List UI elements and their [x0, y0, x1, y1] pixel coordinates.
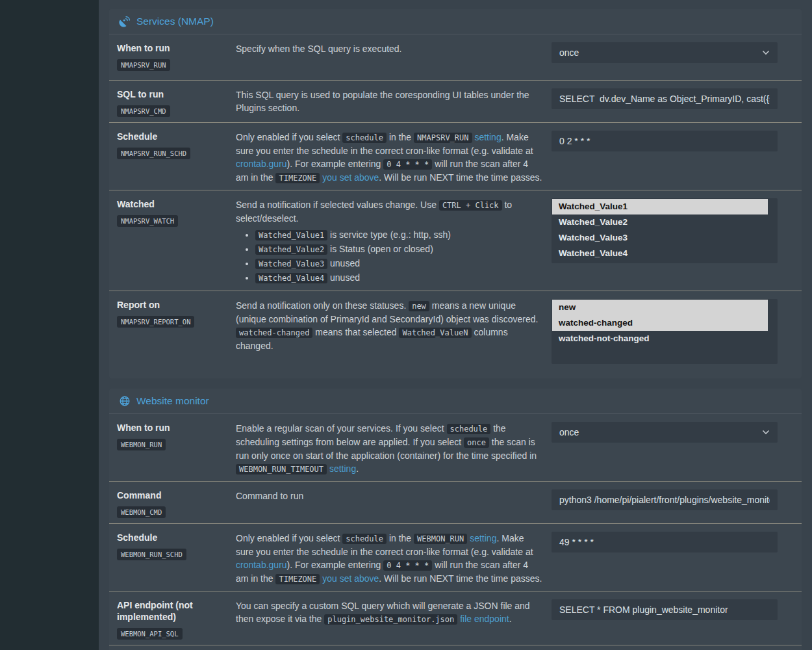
inline-code: once: [464, 437, 489, 448]
settings-row: Run timeoutWEBMON_RUN_TIMEOUTMaximum tim…: [109, 645, 802, 650]
inline-link[interactable]: you set above: [322, 573, 379, 584]
description-text: Only enabled if you select schedule in t…: [236, 532, 542, 586]
description-bullet: Watched_Value4 unused: [255, 271, 542, 285]
inline-code: Watched_Value1: [255, 230, 327, 240]
settings-row: When to runWEBMON_RUNEnable a regular sc…: [109, 414, 802, 481]
option-watched-changed[interactable]: watched-changed: [552, 315, 768, 331]
inline-code: schedule: [447, 424, 491, 434]
description-text: Enable a regular scan of your services. …: [236, 422, 542, 476]
settings-row: CommandWEBMON_CMDCommand to run: [109, 481, 802, 523]
setting-code-badge: WEBMON_RUN_SCHD: [117, 549, 186, 560]
setting-label: Report on: [117, 299, 231, 311]
settings-row: SQL to runNMAPSRV_CMDThis SQL query is u…: [109, 80, 802, 122]
panel-services-nmap: Services (NMAP) When to runNMAPSRV_RUNSp…: [109, 9, 802, 378]
text-input-webmon-cmd[interactable]: [552, 489, 778, 510]
setting-label: Schedule: [117, 532, 231, 543]
setting-label: Command: [117, 489, 231, 501]
inline-code: TIMEZONE: [275, 574, 320, 584]
inline-code: CTRL + Click: [439, 200, 502, 211]
inline-code: NMAPSRV_RUN: [414, 133, 472, 143]
setting-description: Enable a regular scan of your services. …: [236, 419, 552, 476]
inline-code: Watched_Value4: [255, 273, 327, 283]
description-bullet: Watched_Value3 unused: [255, 257, 542, 271]
description-text: Command to run: [236, 489, 542, 502]
text-input-webmon-run-schd[interactable]: [552, 532, 778, 552]
description-text: Send a notification only on these status…: [236, 299, 542, 352]
description-text: This SQL query is used to populate the c…: [236, 88, 542, 114]
setting-description: Specify when the SQL query is executed.: [236, 40, 552, 75]
listbox-nmapsrv-report-on[interactable]: newwatched-changedwatched-not-changed: [552, 299, 778, 364]
inline-code: plugin_website_monitor.json: [324, 614, 457, 625]
inline-code: schedule: [342, 534, 387, 544]
setting-code-badge: NMAPSRV_CMD: [117, 105, 170, 117]
inline-link[interactable]: setting: [474, 132, 501, 142]
option-watched-not-changed[interactable]: watched-not-changed: [552, 331, 768, 346]
setting-code-badge: WEBMON_API_SQL: [117, 628, 183, 640]
setting-code-badge: WEBMON_RUN: [117, 439, 166, 450]
inline-link[interactable]: setting: [329, 463, 356, 474]
option-new[interactable]: new: [552, 300, 768, 315]
inline-code: Watched_ValueN: [399, 328, 471, 338]
setting-code-badge: WEBMON_CMD: [117, 506, 166, 518]
inline-link[interactable]: setting: [470, 533, 496, 543]
selected-value: once: [559, 427, 579, 437]
inline-code: WEBMON_RUN: [414, 534, 467, 544]
inline-code: 0 4 * * *: [383, 159, 432, 170]
option-watched-value1[interactable]: Watched_Value1: [552, 199, 768, 214]
setting-code-badge: NMAPSRV_RUN: [117, 59, 170, 71]
panel-header-services-nmap: Services (NMAP): [109, 9, 802, 34]
inline-code: TIMEZONE: [275, 173, 320, 183]
setting-description: Send a notification only on these status…: [236, 296, 552, 364]
setting-description: Only enabled if you select schedule in t…: [236, 529, 552, 586]
setting-label: API endpoint (not implemented): [117, 599, 231, 623]
inline-link[interactable]: crontab.guru: [236, 159, 287, 169]
option-watched-value3[interactable]: Watched_Value3: [552, 230, 768, 246]
setting-description: You can specify a custom SQL query which…: [236, 597, 552, 640]
setting-description: Send a notification if selected values c…: [236, 196, 552, 285]
description-text: Only enabled if you select schedule in t…: [236, 131, 542, 185]
option-watched-value4[interactable]: Watched_Value4: [552, 246, 768, 261]
settings-row: ScheduleNMAPSRV_RUN_SCHDOnly enabled if …: [109, 122, 802, 190]
settings-row: API endpoint (not implemented)WEBMON_API…: [109, 591, 802, 645]
setting-code-badge: NMAPSRV_RUN_SCHD: [117, 148, 190, 159]
panel-website-monitor: Website monitor When to runWEBMON_RUNEna…: [109, 389, 802, 650]
description-bullet: Watched_Value2 is Status (open or closed…: [255, 242, 542, 257]
option-watched-value2[interactable]: Watched_Value2: [552, 214, 768, 230]
inline-link[interactable]: file endpoint: [460, 614, 509, 624]
inline-code: new: [409, 301, 429, 311]
settings-row: WatchedNMAPSRV_WATCHSend a notification …: [109, 190, 802, 291]
setting-code-badge: NMAPSRV_REPORT_ON: [117, 316, 194, 328]
globe-icon: [119, 395, 131, 407]
text-input-webmon-api-sql[interactable]: [552, 599, 778, 620]
settings-row: Report onNMAPSRV_REPORT_ONSend a notific…: [109, 291, 802, 369]
setting-code-badge: NMAPSRV_WATCH: [117, 215, 178, 227]
dropdown-nmapsrv-run[interactable]: once: [552, 42, 778, 63]
settings-row: When to runNMAPSRV_RUNSpecify when the S…: [109, 34, 802, 80]
setting-label: When to run: [117, 42, 231, 54]
inline-link[interactable]: crontab.guru: [236, 560, 287, 570]
selected-value: once: [559, 47, 579, 58]
satellite-dish-icon: [119, 16, 131, 27]
inline-code: Watched_Value3: [255, 259, 327, 269]
inline-code: Watched_Value2: [255, 244, 327, 255]
inline-link[interactable]: you set above: [322, 172, 379, 183]
description-bullet: Watched_Value1 is service type (e.g.: ht…: [255, 228, 542, 242]
setting-label: When to run: [117, 422, 231, 434]
description-text: Specify when the SQL query is executed.: [236, 42, 542, 55]
dropdown-webmon-run[interactable]: once: [552, 422, 778, 443]
description-text: You can specify a custom SQL query which…: [236, 599, 542, 626]
setting-description: Command to run: [236, 487, 552, 518]
text-input-nmapsrv-cmd[interactable]: [552, 88, 778, 109]
setting-label: Watched: [117, 198, 231, 210]
panel-title: Website monitor: [136, 395, 209, 407]
setting-label: Schedule: [117, 131, 231, 142]
inline-code: 0 4 * * *: [383, 560, 432, 571]
inline-code: WEBMON_RUN_TIMEOUT: [236, 464, 327, 474]
text-input-nmapsrv-run-schd[interactable]: [552, 131, 778, 151]
settings-row: ScheduleWEBMON_RUN_SCHDOnly enabled if y…: [109, 523, 802, 591]
listbox-nmapsrv-watch[interactable]: Watched_Value1Watched_Value2Watched_Valu…: [552, 198, 778, 263]
setting-label: SQL to run: [117, 88, 231, 100]
description-text: Send a notification if selected values c…: [236, 198, 542, 225]
sidebar: [0, 0, 99, 650]
chevron-down-icon: [762, 430, 770, 435]
